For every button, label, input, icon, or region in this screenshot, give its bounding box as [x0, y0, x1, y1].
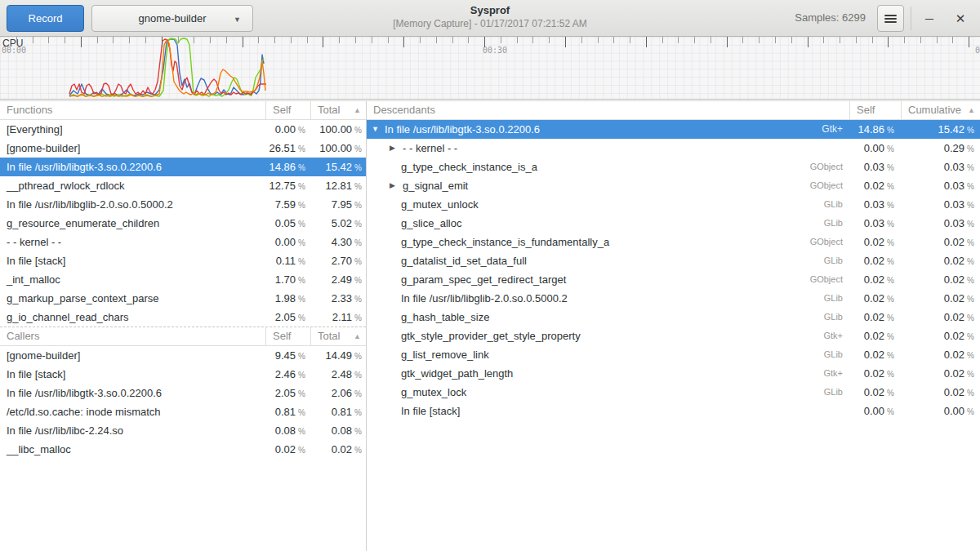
percent-value: 0.00%	[265, 233, 310, 251]
percent-value: 26.51%	[265, 139, 310, 158]
percent-value: 0.02%	[901, 270, 980, 289]
ruler-tick	[823, 37, 824, 43]
tree-row[interactable]: gtk_widget_path_lengthGtk+0.02%0.02%	[367, 364, 980, 383]
tree-row[interactable]: g_type_check_instance_is_fundamentally_a…	[367, 233, 980, 251]
tree-row[interactable]: g_datalist_id_set_data_fullGLib0.02%0.02…	[367, 251, 980, 270]
percent-value: 0.03%	[901, 176, 980, 195]
tree-row[interactable]: gtk_style_provider_get_style_propertyGtk…	[367, 327, 980, 345]
column-header-total[interactable]: Total ▲	[310, 327, 366, 345]
ruler-tick	[662, 37, 663, 43]
ruler-tick	[468, 37, 469, 43]
tree-row[interactable]: g_mutex_unlockGLib0.03%0.03%	[367, 195, 980, 214]
expander-spacer	[390, 308, 401, 327]
time-label: 01:00	[975, 46, 980, 55]
table-row[interactable]: __pthread_rwlock_rdlock12.75%12.81%	[0, 176, 366, 195]
column-header-functions[interactable]: Functions	[0, 101, 265, 119]
expander-closed-icon[interactable]: ▶	[390, 139, 403, 158]
ruler-tick	[742, 37, 743, 43]
column-header-self[interactable]: Self	[265, 101, 310, 119]
expander-spacer	[390, 270, 401, 289]
percent-value: 2.05%	[265, 384, 310, 402]
table-row[interactable]: In file /usr/lib/libc-2.24.so0.08%0.08%	[0, 421, 366, 440]
cpu-blue-line	[69, 39, 264, 96]
sort-ascending-icon: ▲	[354, 327, 361, 345]
descendant-name: In file /usr/lib/libglib-2.0.so.0.5000.2…	[367, 289, 849, 308]
table-row[interactable]: [Everything]0.00%100.00%	[0, 120, 366, 139]
ruler-tick	[646, 37, 647, 47]
tree-row[interactable]: g_mutex_lockGLib0.02%0.02%	[367, 383, 980, 402]
record-button[interactable]: Record	[7, 5, 84, 32]
table-row[interactable]: g_io_channel_read_chars2.05%2.11%	[0, 308, 366, 327]
table-row[interactable]: In file /usr/lib/libgtk-3.so.0.2200.614.…	[0, 158, 366, 176]
column-header-self[interactable]: Self	[849, 101, 901, 119]
column-header-descendants[interactable]: Descendants	[367, 101, 849, 119]
table-row[interactable]: g_markup_parse_context_parse1.98%2.33%	[0, 289, 366, 308]
ruler-tick	[65, 37, 65, 43]
table-row[interactable]: In file [stack]2.46%2.48%	[0, 365, 366, 384]
process-selector[interactable]: gnome-builder ▼	[91, 5, 253, 32]
percent-value: 0.02%	[901, 327, 980, 345]
percent-value: 0.02%	[849, 251, 901, 270]
table-row[interactable]: In file /usr/lib/libgtk-3.so.0.2200.62.0…	[0, 384, 366, 402]
ruler-tick	[436, 37, 437, 43]
table-row[interactable]: In file [stack]0.11%2.70%	[0, 251, 366, 270]
cpu-graph[interactable]: CPU 00:0000:3001:00	[0, 37, 980, 100]
percent-value: 2.06%	[310, 384, 366, 402]
ruler-tick	[258, 37, 259, 43]
tree-row[interactable]: g_hash_table_sizeGLib0.02%0.02%	[367, 308, 980, 327]
minimize-button[interactable]: ─	[913, 0, 946, 37]
tree-row[interactable]: g_slice_allocGLib0.03%0.03%	[367, 214, 980, 233]
tree-row[interactable]: g_type_check_instance_is_aGObject0.03%0.…	[367, 158, 980, 176]
percent-value: 2.48%	[310, 365, 366, 384]
ruler-tick	[484, 37, 485, 47]
tree-row[interactable]: ▼In file /usr/lib/libgtk-3.so.0.2200.6Gt…	[367, 120, 980, 139]
function-name: g_resource_enumerate_children	[0, 214, 265, 233]
table-row[interactable]: __libc_malloc0.02%0.02%	[0, 440, 366, 459]
ruler-tick	[775, 37, 776, 43]
expander-closed-icon[interactable]: ▶	[390, 176, 403, 195]
menu-button[interactable]	[877, 5, 904, 32]
close-button[interactable]: ✕	[944, 0, 977, 37]
table-row[interactable]: In file /usr/lib/libglib-2.0.so.0.5000.2…	[0, 195, 366, 214]
expander-spacer	[390, 214, 401, 233]
minimize-icon: ─	[925, 12, 933, 25]
percent-value: 0.02%	[901, 251, 980, 270]
table-row[interactable]: - - kernel - -0.00%4.30%	[0, 233, 366, 251]
column-header-total[interactable]: Total ▲	[310, 101, 366, 119]
column-header-cumulative[interactable]: Cumulative ▲	[901, 101, 980, 119]
ruler-tick	[81, 37, 82, 47]
tree-row[interactable]: In file [stack]0.00%0.00%	[367, 402, 980, 420]
table-row[interactable]: [gnome-builder]9.45%14.49%	[0, 346, 366, 365]
tree-row[interactable]: g_list_remove_linkGLib0.02%0.02%	[367, 345, 980, 364]
expander-open-icon[interactable]: ▼	[372, 120, 385, 139]
ruler-tick	[388, 37, 389, 43]
library-category-label: GObject	[566, 270, 849, 289]
table-row[interactable]: g_resource_enumerate_children0.05%5.02%	[0, 214, 366, 233]
ruler-tick	[323, 37, 323, 47]
function-name: In file /usr/lib/libc-2.24.so	[0, 421, 265, 440]
ruler-tick	[872, 37, 873, 43]
column-header-self[interactable]: Self	[265, 327, 310, 345]
percent-value: 12.75%	[265, 176, 310, 195]
ruler-tick	[355, 37, 356, 43]
library-category-label: GLib	[568, 289, 849, 308]
tree-row[interactable]: ▶- - kernel - -0.00%0.29%	[367, 139, 980, 158]
ruler-tick	[888, 37, 889, 47]
percent-value: 15.42%	[310, 158, 366, 176]
menu-icon	[884, 13, 897, 24]
time-label: 00:30	[483, 46, 507, 55]
tree-row[interactable]: In file /usr/lib/libglib-2.0.so.0.5000.2…	[367, 289, 980, 308]
table-row[interactable]: _int_malloc1.70%2.49%	[0, 270, 366, 289]
table-row[interactable]: /etc/ld.so.cache: inode mismatch0.81%0.8…	[0, 402, 366, 421]
percent-value: 0.02%	[849, 345, 901, 364]
tree-row[interactable]: ▶g_signal_emitGObject0.02%0.03%	[367, 176, 980, 195]
expander-spacer	[390, 327, 401, 345]
function-name: _int_malloc	[0, 270, 265, 289]
tree-row[interactable]: g_param_spec_get_redirect_targetGObject0…	[367, 270, 980, 289]
expander-spacer	[390, 383, 401, 402]
percent-value: 0.02%	[849, 289, 901, 308]
descendants-table-header: Descendants Self Cumulative ▲	[367, 101, 980, 120]
table-row[interactable]: [gnome-builder]26.51%100.00%	[0, 139, 366, 158]
column-header-callers[interactable]: Callers	[0, 327, 265, 345]
ruler-tick	[630, 37, 630, 43]
